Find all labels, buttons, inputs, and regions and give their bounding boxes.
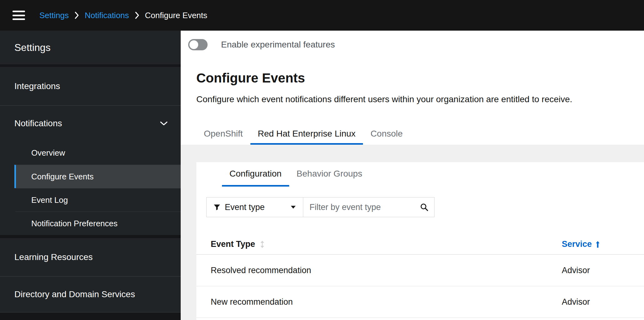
- chevron-right-icon: [74, 12, 79, 19]
- sidebar-item-overview[interactable]: Overview: [14, 141, 181, 165]
- column-header-service[interactable]: Service: [562, 239, 600, 249]
- chevron-down-icon: [160, 121, 168, 126]
- sidebar-item-label: Directory and Domain Services: [14, 289, 135, 299]
- sort-both-icon: [260, 241, 264, 248]
- search-icon: [420, 203, 428, 211]
- service-cell: Advisor: [562, 297, 590, 307]
- sidebar-item-configure-events[interactable]: Configure Events: [14, 165, 181, 188]
- experimental-features-label: Enable experimental features: [221, 40, 335, 50]
- sidebar-item-label: Overview: [31, 148, 65, 158]
- experimental-features-row: Enable experimental features: [188, 39, 335, 50]
- table-header-row: Event Type Service: [196, 234, 644, 255]
- filter-input-wrapper: [303, 197, 435, 217]
- tab-openshift[interactable]: OpenShift: [196, 124, 250, 145]
- filter-toolbar: Event type: [206, 197, 435, 217]
- section-tabs: Configuration Behavior Groups: [222, 162, 370, 187]
- sidebar-item-integrations[interactable]: Integrations: [0, 67, 181, 105]
- filter-type-dropdown[interactable]: Event type: [206, 197, 303, 217]
- event-type-cell: Resolved recommendation: [211, 266, 311, 275]
- filter-icon: [214, 204, 220, 211]
- masthead: Settings Notifications Configure Events: [0, 0, 644, 31]
- page-description: Configure which event notifications diff…: [196, 94, 572, 104]
- column-label: Service: [562, 239, 592, 249]
- tab-configuration[interactable]: Configuration: [222, 162, 289, 187]
- sidebar-item-label: Notification Preferences: [31, 219, 118, 228]
- sidebar-item-label: Event Log: [31, 195, 68, 205]
- sidebar-item-label: Configure Events: [31, 172, 93, 182]
- bundle-tabs: OpenShift Red Hat Enterprise Linux Conso…: [196, 124, 410, 145]
- event-type-filter-input[interactable]: [309, 202, 420, 212]
- chevron-right-icon: [135, 12, 139, 19]
- breadcrumb: Settings Notifications Configure Events: [39, 11, 207, 20]
- event-type-cell: New recommendation: [211, 297, 293, 307]
- service-cell: Advisor: [562, 266, 590, 275]
- section-divider: [0, 235, 181, 238]
- sidebar-item-label: Learning Resources: [14, 252, 93, 262]
- main-content-header: Enable experimental features Configure E…: [181, 31, 644, 145]
- breadcrumb-notifications[interactable]: Notifications: [85, 11, 129, 20]
- column-label: Event Type: [211, 239, 255, 249]
- table-row: Resolved recommendation Advisor: [196, 255, 644, 286]
- tab-behavior-groups[interactable]: Behavior Groups: [289, 162, 370, 187]
- breadcrumb-settings[interactable]: Settings: [39, 11, 69, 20]
- sidebar-item-directory-domain-services[interactable]: Directory and Domain Services: [0, 276, 181, 312]
- experimental-features-toggle[interactable]: [188, 39, 208, 50]
- sidebar-subnav: Overview Configure Events Event Log Noti…: [0, 141, 181, 235]
- tab-console[interactable]: Console: [363, 124, 410, 145]
- sidebar-item-notification-preferences[interactable]: Notification Preferences: [14, 212, 181, 235]
- column-header-event-type[interactable]: Event Type: [211, 239, 264, 249]
- section-divider: [0, 64, 181, 67]
- sort-ascending-icon: [596, 241, 600, 248]
- sidebar-item-event-log[interactable]: Event Log: [14, 188, 181, 212]
- table-row: New recommendation Advisor: [196, 286, 644, 318]
- sidebar-item-learning-resources[interactable]: Learning Resources: [0, 238, 181, 276]
- menu-toggle-icon[interactable]: [13, 11, 25, 20]
- toggle-knob: [189, 40, 198, 49]
- caret-down-icon: [290, 205, 296, 209]
- tab-red-hat-enterprise-linux[interactable]: Red Hat Enterprise Linux: [250, 124, 363, 145]
- sidebar-title: Settings: [0, 31, 181, 64]
- sidebar-item-label: Integrations: [14, 81, 60, 91]
- sidebar-nav: Settings Integrations Notifications Over…: [0, 31, 181, 320]
- sidebar-item-notifications[interactable]: Notifications: [0, 105, 181, 141]
- breadcrumb-current: Configure Events: [145, 11, 207, 20]
- configuration-card: Configuration Behavior Groups Event type…: [196, 162, 644, 320]
- page-title: Configure Events: [196, 71, 305, 86]
- sidebar-item-label: Notifications: [14, 118, 62, 128]
- filter-dropdown-label: Event type: [225, 202, 290, 212]
- sidebar-bottom-divider: [0, 312, 181, 320]
- events-table: Event Type Service Resolved recommendati…: [196, 234, 644, 318]
